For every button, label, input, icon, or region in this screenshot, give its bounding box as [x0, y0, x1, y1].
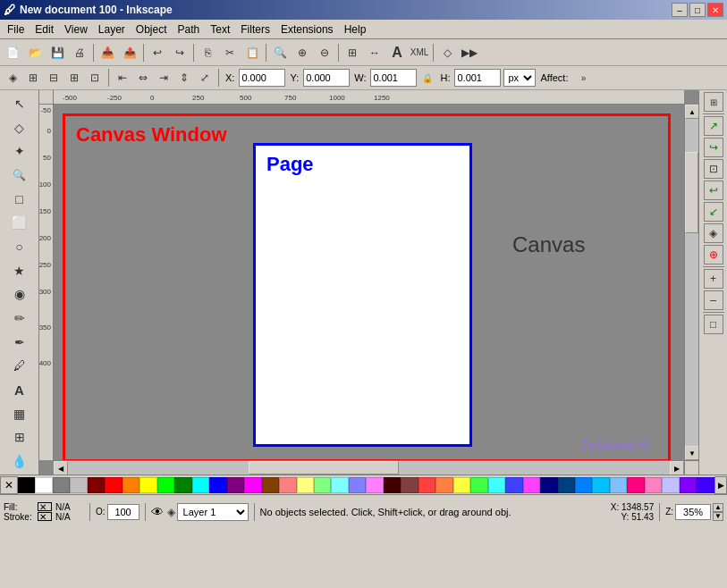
- color-swatch[interactable]: [244, 477, 261, 493]
- snap-btn1[interactable]: ⊞: [24, 69, 42, 87]
- color-swatch[interactable]: [192, 477, 209, 493]
- menu-filters[interactable]: Filters: [235, 21, 275, 38]
- canvas-area[interactable]: -500 -250 0 250 500 750 1000 1250 -50 0 …: [39, 90, 698, 475]
- right-tool-3[interactable]: ⊡: [704, 159, 723, 179]
- right-tool-6[interactable]: ◈: [704, 223, 723, 243]
- close-button[interactable]: ✕: [707, 3, 723, 17]
- redo-button[interactable]: ↪: [169, 42, 190, 63]
- x-input[interactable]: [239, 69, 285, 87]
- color-swatch[interactable]: [401, 477, 418, 493]
- box3d-tool[interactable]: ⬜: [6, 211, 33, 234]
- color-swatch[interactable]: [697, 477, 714, 493]
- right-tool-2[interactable]: ↪: [704, 138, 723, 157]
- color-swatch[interactable]: [174, 477, 191, 493]
- vertical-scrollbar[interactable]: ▲ ▼: [684, 105, 698, 460]
- menu-object[interactable]: Object: [131, 21, 173, 38]
- zoom-fit-button[interactable]: 🔍: [269, 42, 291, 63]
- paste-button[interactable]: 📋: [241, 42, 263, 63]
- color-swatch[interactable]: [297, 477, 314, 493]
- zoom-out-button[interactable]: ⊖: [314, 42, 335, 63]
- canvas-scroll[interactable]: Canvas Window Page Canvas ©sideway.hk: [54, 105, 684, 460]
- snap-btn3[interactable]: ⊞: [65, 69, 83, 87]
- star-tool[interactable]: ★: [6, 259, 33, 282]
- align-right[interactable]: ⇥: [155, 69, 173, 87]
- color-swatch[interactable]: [314, 477, 331, 493]
- right-snap-btn[interactable]: ⊞: [704, 92, 723, 112]
- color-swatch[interactable]: [680, 477, 697, 493]
- zoom-in-button[interactable]: ⊕: [292, 42, 313, 63]
- color-swatch[interactable]: [53, 477, 70, 493]
- menu-view[interactable]: View: [59, 21, 93, 38]
- palette-more[interactable]: ▶: [714, 476, 727, 494]
- h-input[interactable]: [454, 69, 501, 87]
- color-swatch[interactable]: [540, 477, 557, 493]
- color-swatch[interactable]: [575, 477, 592, 493]
- color-swatch[interactable]: [453, 477, 470, 493]
- right-tool-1[interactable]: ↗: [704, 116, 723, 136]
- dropper-tool[interactable]: 💧: [6, 449, 33, 473]
- hscroll-thumb[interactable]: [249, 461, 399, 475]
- open-button[interactable]: 📂: [24, 42, 46, 63]
- color-swatch[interactable]: [88, 477, 105, 493]
- align-center[interactable]: ⇔: [134, 69, 152, 87]
- distribute-v[interactable]: ⤢: [196, 69, 214, 87]
- color-swatch[interactable]: [331, 477, 348, 493]
- color-swatch[interactable]: [645, 477, 662, 493]
- select-tool[interactable]: ↖: [6, 92, 33, 115]
- minimize-button[interactable]: –: [672, 3, 688, 17]
- color-swatch[interactable]: [209, 477, 226, 493]
- stroke-color-box[interactable]: ✕: [38, 512, 52, 521]
- scroll-right-button[interactable]: ▶: [670, 461, 684, 475]
- vscroll-track[interactable]: [685, 119, 698, 446]
- rect-tool[interactable]: □: [6, 188, 33, 211]
- print-button[interactable]: 🖨: [69, 42, 90, 63]
- pen-tool[interactable]: ✒: [6, 331, 33, 354]
- eye-icon[interactable]: 👁: [151, 505, 164, 519]
- color-swatch[interactable]: [157, 477, 174, 493]
- pencil-tool[interactable]: ✏: [6, 307, 33, 330]
- unit-select[interactable]: px mm cm in: [503, 69, 536, 87]
- more-button[interactable]: ▶▶: [459, 42, 480, 63]
- color-swatch[interactable]: [123, 477, 139, 493]
- color-swatch[interactable]: [139, 477, 156, 493]
- zoom-input[interactable]: [675, 504, 711, 520]
- menu-layer[interactable]: Layer: [93, 21, 131, 38]
- color-swatch[interactable]: [279, 477, 296, 493]
- scroll-down-button[interactable]: ▼: [685, 446, 698, 460]
- menu-file[interactable]: File: [2, 21, 30, 38]
- right-square[interactable]: □: [704, 315, 723, 334]
- xml-editor-button[interactable]: XML: [409, 42, 430, 63]
- menu-help[interactable]: Help: [339, 21, 372, 38]
- color-swatch[interactable]: [610, 477, 627, 493]
- menu-edit[interactable]: Edit: [30, 21, 59, 38]
- zoom-tool[interactable]: 🔍: [6, 164, 33, 187]
- tweak-tool[interactable]: ✦: [6, 139, 33, 163]
- vscroll-thumb[interactable]: [685, 152, 698, 234]
- transform-button[interactable]: ↔: [364, 42, 385, 63]
- color-swatch[interactable]: [558, 477, 575, 493]
- color-swatch[interactable]: [70, 477, 87, 493]
- color-swatch[interactable]: [18, 477, 35, 493]
- no-color-button[interactable]: ✕: [0, 476, 18, 494]
- color-swatch[interactable]: [435, 477, 452, 493]
- node-tool-tb[interactable]: ◇: [436, 42, 458, 63]
- right-minus[interactable]: –: [704, 290, 723, 310]
- color-swatch[interactable]: [592, 477, 609, 493]
- color-swatch[interactable]: [418, 477, 435, 493]
- color-swatch[interactable]: [366, 477, 383, 493]
- w-input[interactable]: [370, 69, 417, 87]
- color-swatch[interactable]: [627, 477, 644, 493]
- scroll-up-button[interactable]: ▲: [685, 105, 698, 119]
- color-swatch[interactable]: [384, 477, 401, 493]
- copy-button[interactable]: ⎘: [197, 42, 218, 63]
- color-swatch[interactable]: [349, 477, 366, 493]
- color-swatch[interactable]: [488, 477, 505, 493]
- connector-tool[interactable]: ⊞: [6, 426, 33, 449]
- text-tool[interactable]: A: [6, 378, 33, 401]
- scroll-left-button[interactable]: ◀: [54, 461, 68, 475]
- gradient-tool[interactable]: ▦: [6, 402, 33, 425]
- export-button[interactable]: 📤: [119, 42, 140, 63]
- cut-button[interactable]: ✂: [219, 42, 241, 63]
- save-button[interactable]: 💾: [46, 42, 68, 63]
- maximize-button[interactable]: □: [689, 3, 706, 17]
